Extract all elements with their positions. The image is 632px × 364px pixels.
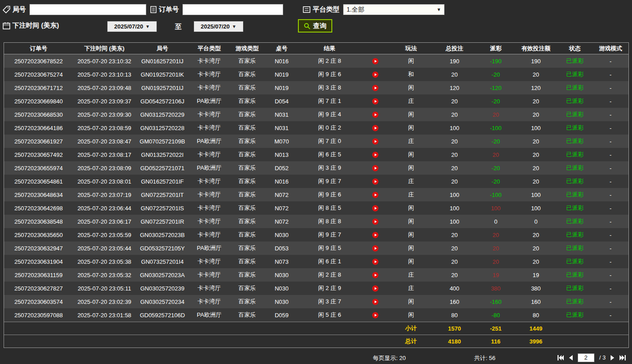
cell-bet-time: 2025-07-20 23:02:39: [73, 295, 136, 308]
cell-play-type: 和: [390, 68, 432, 81]
play-button[interactable]: [361, 201, 390, 215]
prev-page-button[interactable]: [569, 355, 573, 360]
cell-game-type: 百家乐: [229, 308, 265, 322]
cell-round-id: GN0302572023B: [136, 228, 189, 241]
play-button[interactable]: [361, 282, 390, 295]
page-count-label: / 3: [599, 354, 606, 361]
cell-total-bet: 20: [432, 68, 477, 81]
cell-valid-bet: 80: [515, 308, 557, 322]
play-button[interactable]: [361, 161, 390, 175]
play-button[interactable]: [361, 121, 390, 135]
first-page-button[interactable]: [558, 355, 564, 360]
table-row: 2507202306641862025-07-20 23:08:59GN0312…: [4, 121, 628, 135]
play-button[interactable]: [361, 215, 390, 228]
play-button[interactable]: [361, 108, 390, 121]
cell-table-no: N072: [265, 201, 298, 215]
cell-round-id: GN072257201IR: [136, 215, 189, 228]
cell-valid-bet: 19: [515, 268, 557, 282]
platform-select[interactable]: 1.全部 ▼: [343, 4, 445, 15]
cell-total-bet: 20: [432, 255, 477, 268]
cell-mode: -: [593, 54, 628, 68]
cell-round-id: GD05225721071: [136, 161, 189, 175]
cell-round-id: GM0702572109B: [136, 135, 189, 148]
platform-filter: 平台类型 1.全部 ▼: [303, 4, 445, 15]
subtotal-row: 小计 1570 -251 1449: [4, 322, 628, 335]
cell-payout: 20: [477, 255, 515, 268]
cell-bet-time: 2025-07-20 23:06:44: [73, 201, 136, 215]
cell-status: 已派彩: [557, 241, 593, 255]
play-button[interactable]: [361, 81, 390, 94]
chevron-down-icon: ▼: [145, 25, 150, 29]
cell-bet-time: 2025-07-20 23:06:17: [73, 215, 136, 228]
cell-order-id: 250720230631159: [4, 268, 73, 282]
cell-table-no: N072: [265, 188, 298, 201]
cell-round-id: GN072257201IT: [136, 188, 189, 201]
play-button[interactable]: [361, 135, 390, 148]
play-icon: [372, 299, 379, 305]
tag-icon: [3, 6, 10, 13]
cell-game-type: 百家乐: [229, 108, 265, 121]
cell-status: 已派彩: [557, 215, 593, 228]
cell-total-bet: 400: [432, 282, 477, 295]
play-button[interactable]: [361, 308, 390, 322]
cell-game-type: 百家乐: [229, 94, 265, 108]
play-button[interactable]: [361, 228, 390, 241]
cell-table-no: N072: [265, 215, 298, 228]
cell-payout: -190: [477, 54, 515, 68]
play-button[interactable]: [361, 188, 390, 201]
cell-total-bet: 20: [432, 175, 477, 188]
cell-total-bet: 100: [432, 201, 477, 215]
cell-status: 已派彩: [557, 81, 593, 94]
play-button[interactable]: [361, 295, 390, 308]
cell-round-id: GN073257201I4: [136, 255, 189, 268]
next-page-button[interactable]: [611, 355, 615, 360]
cell-result: 闲 3 庄 7: [298, 295, 361, 308]
order-id-input[interactable]: [182, 4, 283, 15]
cell-valid-bet: 100: [515, 121, 557, 135]
play-button[interactable]: [361, 148, 390, 161]
play-button[interactable]: [361, 268, 390, 282]
cell-play-type: 闲: [390, 108, 432, 121]
last-page-button[interactable]: [620, 355, 626, 360]
cell-valid-bet: 120: [515, 81, 557, 94]
cell-table-no: N016: [265, 54, 298, 68]
filter-bar: 局号 订单号 平台类型 1.全部 ▼ 下注时间 (美东): [0, 0, 632, 42]
date-from-select[interactable]: 2025/07/20 ▼: [107, 21, 157, 32]
cell-game-type: 百家乐: [229, 135, 265, 148]
cell-total-bet: 160: [432, 295, 477, 308]
cell-valid-bet: 20: [515, 68, 557, 81]
cell-table-no: N030: [265, 268, 298, 282]
round-id-input[interactable]: [29, 4, 146, 15]
table-row: 2507202306311592025-07-20 23:05:32GN0302…: [4, 268, 628, 282]
cell-round-id: GN03125720229: [136, 108, 189, 121]
cell-valid-bet: 100: [515, 188, 557, 201]
search-button[interactable]: 查询: [298, 19, 332, 33]
cell-valid-bet: 20: [515, 135, 557, 148]
play-button[interactable]: [361, 54, 390, 68]
play-button[interactable]: [361, 255, 390, 268]
play-button[interactable]: [361, 68, 390, 81]
list-icon: [303, 6, 310, 13]
date-to-value: 2025/07/20: [201, 23, 230, 30]
subtotal-payout: -251: [477, 322, 515, 335]
cell-platform: 卡卡湾厅: [189, 54, 229, 68]
table-header: 订单号下注时间 (美东)局号平台类型游戏类型桌号结果玩法总投注派彩有效投注额状态…: [4, 43, 628, 54]
date-to-select[interactable]: 2025/07/20 ▼: [194, 21, 244, 32]
date-from-value: 2025/07/20: [114, 23, 143, 30]
cell-play-type: 闲: [390, 308, 432, 322]
column-header: 派彩: [477, 43, 515, 54]
cell-platform: 卡卡湾厅: [189, 68, 229, 81]
current-page-input[interactable]: 2: [578, 353, 595, 362]
cell-payout: 19: [477, 268, 515, 282]
cell-bet-time: 2025-07-20 23:08:17: [73, 148, 136, 161]
play-button[interactable]: [361, 94, 390, 108]
play-button[interactable]: [361, 175, 390, 188]
play-button[interactable]: [361, 241, 390, 255]
cell-status: 已派彩: [557, 161, 593, 175]
cell-result: 闲 8 庄 5: [298, 201, 361, 215]
cell-table-no: N031: [265, 108, 298, 121]
search-icon: [304, 23, 310, 29]
cell-result: 闲 6 庄 5: [298, 148, 361, 161]
cell-result: 闲 9 庄 7: [298, 175, 361, 188]
cell-bet-time: 2025-07-20 23:05:59: [73, 228, 136, 241]
